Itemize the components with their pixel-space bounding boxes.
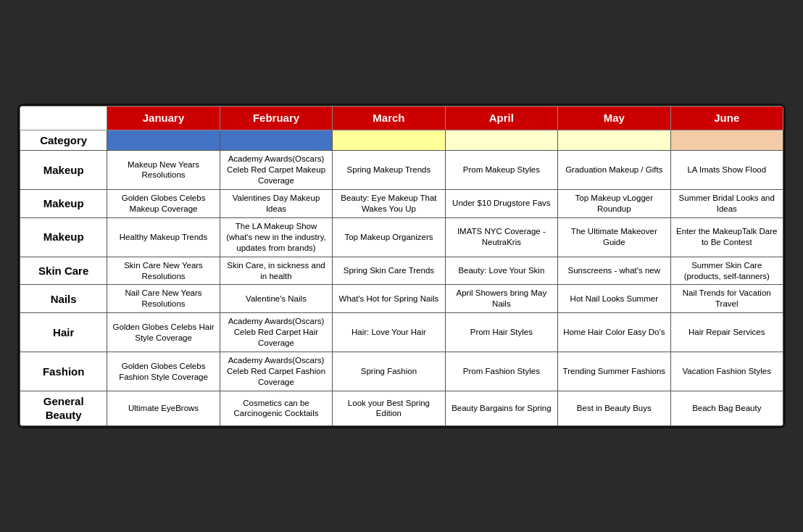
content-table: January February March April May June Ca… [20,106,783,426]
data-cell-5: Vacation Fashion Styles [670,352,783,391]
data-cell-0: Golden Globes Celebs Makeup Coverage [107,189,220,217]
category-label: Hair [20,313,107,352]
data-cell-4: Sunscreens - what's new [558,257,670,285]
category-label: Fashion [20,352,107,391]
data-cell-3: IMATS NYC Coverage - NeutraKris [445,217,557,257]
table-row: MakeupGolden Globes Celebs Makeup Covera… [20,189,783,217]
color-cell-1 [220,130,332,151]
data-cell-2: Spring Makeup Trends [333,151,445,190]
color-cell-0 [107,130,220,151]
data-cell-0: Nail Care New Years Resolutions [107,285,220,313]
data-cell-3: Prom Hair Styles [445,313,557,352]
data-cell-0: Skin Care New Years Resolutions [107,257,220,285]
category-label: General Beauty [20,391,107,425]
data-cell-2: What's Hot for Spring Nails [333,285,445,313]
data-cell-4: Graduation Makeup / Gifts [558,151,670,190]
data-cell-1: The LA Makeup Show (what's new in the in… [220,217,332,257]
data-cell-5: Beach Bag Beauty [670,391,783,425]
table-row: Category [20,130,783,151]
category-label: Skin Care [20,257,107,285]
data-cell-5: Hair Repair Services [670,313,783,352]
color-cell-2 [333,130,445,151]
category-cell: Category [20,130,107,151]
table-row: General BeautyUltimate EyeBrowsCosmetics… [20,391,783,425]
data-cell-2: Look your Best Spring Edition [333,391,445,425]
data-cell-4: Top Makeup vLogger Roundup [558,189,670,217]
data-cell-0: Ultimate EyeBrows [107,391,220,425]
data-cell-2: Spring Skin Care Trends [333,257,445,285]
data-cell-3: April Showers bring May Nails [445,285,557,313]
category-label: Makeup [20,217,107,257]
header-may: May [558,107,670,130]
data-cell-4: Best in Beauty Buys [558,391,670,425]
header-feb: February [220,107,332,130]
data-cell-4: Trending Summer Fashions [558,352,670,391]
data-cell-4: Hot Nail Looks Summer [558,285,670,313]
data-cell-1: Valentine's Nails [220,285,332,313]
data-cell-0: Healthy Makeup Trends [107,217,220,257]
data-cell-2: Beauty: Eye Makeup That Wakes You Up [333,189,445,217]
category-label: Nails [20,285,107,313]
data-cell-3: Beauty Bargains for Spring [445,391,557,425]
table-row: FashionGolden Globes Celebs Fashion Styl… [20,352,783,391]
table-row: NailsNail Care New Years ResolutionsVale… [20,285,783,313]
data-cell-1: Cosmetics can be Carcinogenic Cocktails [220,391,332,425]
data-cell-0: Golden Globes Celebs Hair Style Coverage [107,313,220,352]
table-row: MakeupHealthy Makeup TrendsThe LA Makeup… [20,217,783,257]
category-label: Makeup [20,151,107,190]
data-cell-2: Spring Fashion [333,352,445,391]
data-cell-2: Top Makeup Organizers [333,217,445,257]
data-cell-3: Prom Makeup Styles [445,151,557,190]
data-cell-4: Home Hair Color Easy Do's [558,313,670,352]
data-cell-0: Golden Globes Celebs Fashion Style Cover… [107,352,220,391]
color-cell-4 [558,130,670,151]
table-row: MakeupMakeup New Years ResolutionsAcadem… [20,151,783,190]
data-cell-5: Enter the MakeupTalk Dare to Be Contest [670,217,783,257]
header-mar: March [333,107,445,130]
header-apr: April [445,107,557,130]
data-cell-5: Summer Bridal Looks and Ideas [670,189,783,217]
data-cell-5: Summer Skin Care (products, self-tanners… [670,257,783,285]
data-cell-1: Academy Awards(Oscars) Celeb Red Carpet … [220,313,332,352]
color-cell-5 [670,130,783,151]
data-cell-4: The Ultimate Makeover Guide [558,217,670,257]
header-row: January February March April May June [20,107,783,130]
data-cell-1: Academy Awards(Oscars) Celeb Red Carpet … [220,352,332,391]
header-category [20,107,107,130]
main-container: January February March April May June Ca… [17,104,786,428]
table-row: Skin CareSkin Care New Years Resolutions… [20,257,783,285]
data-cell-1: Academy Awards(Oscars) Celeb Red Carpet … [220,151,332,190]
data-cell-3: Under $10 Drugstore Favs [445,189,557,217]
color-cell-3 [445,130,557,151]
data-cell-2: Hair: Love Your Hair [333,313,445,352]
header-jun: June [670,107,783,130]
data-cell-3: Beauty: Love Your Skin [445,257,557,285]
table-row: HairGolden Globes Celebs Hair Style Cove… [20,313,783,352]
data-cell-3: Prom Fashion Styles [445,352,557,391]
data-cell-1: Skin Care, in sickness and in health [220,257,332,285]
header-jan: January [107,107,220,130]
data-cell-5: LA Imats Show Flood [670,151,783,190]
category-label: Makeup [20,189,107,217]
data-cell-1: Valentines Day Makeup Ideas [220,189,332,217]
data-cell-5: Nail Trends for Vacation Travel [670,285,783,313]
data-cell-0: Makeup New Years Resolutions [107,151,220,190]
